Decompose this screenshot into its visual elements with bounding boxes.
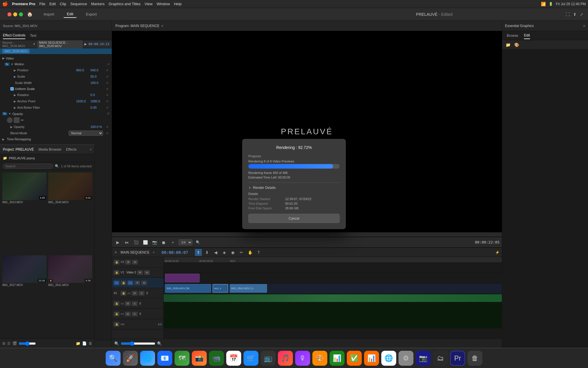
solo-v2[interactable]: M bbox=[144, 270, 150, 275]
list-view-btn[interactable]: ☰ bbox=[7, 341, 11, 346]
thumb-img3541[interactable]: 6:30 ⚡ IMG_3541.MOV bbox=[48, 255, 92, 336]
solo-a1[interactable]: S bbox=[139, 291, 144, 296]
antiflicker-value[interactable]: 0.00 bbox=[90, 106, 105, 109]
render-details-toggle[interactable]: ▼ Render Details bbox=[248, 186, 340, 190]
reset-antiflicker-icon[interactable]: ↺ bbox=[105, 105, 109, 110]
menu-sequence[interactable]: Sequence bbox=[70, 2, 87, 6]
menu-view[interactable]: View bbox=[145, 2, 153, 6]
zoom-in-timeline-icon[interactable]: 🔍 bbox=[157, 341, 162, 346]
opacity-expand-icon[interactable]: ▶ bbox=[10, 125, 13, 129]
rotation-value[interactable]: 0.0 bbox=[90, 93, 105, 97]
dock-chrome[interactable]: 🌐 bbox=[381, 351, 396, 366]
icon-view-btn[interactable]: ⊞ bbox=[2, 341, 5, 346]
edit-button[interactable]: Edit bbox=[63, 11, 77, 18]
home-icon[interactable]: 🏠 bbox=[27, 12, 33, 17]
import-button[interactable]: Import bbox=[40, 11, 58, 18]
cancel-button[interactable]: Cancel bbox=[248, 214, 340, 223]
position-expand-icon[interactable]: ▶ bbox=[14, 69, 16, 72]
add-marker-button[interactable]: + bbox=[169, 239, 176, 246]
menu-edit[interactable]: Edit bbox=[49, 2, 56, 6]
dock-tasks[interactable]: ✅ bbox=[347, 351, 362, 366]
menu-help[interactable]: Help bbox=[174, 2, 182, 6]
time-remap-section[interactable]: ▶ Time Remapping bbox=[0, 136, 112, 142]
thumb-img3543[interactable]: 4:45 IMG_3543.MOV bbox=[2, 172, 47, 254]
razor-tool[interactable]: ◈ bbox=[221, 249, 228, 256]
thumb-img3540[interactable]: 5:02 IMG_3540.MOV bbox=[48, 172, 92, 254]
dock-keynote[interactable]: 📊 bbox=[364, 351, 379, 366]
eye-v2[interactable]: 👁 bbox=[137, 270, 143, 275]
dock-launchpad[interactable]: 🚀 bbox=[123, 351, 138, 366]
delete-btn[interactable]: 🗑 bbox=[88, 341, 92, 346]
reset-opacity-section-icon[interactable]: ↺ bbox=[107, 112, 109, 116]
reset-motion-icon[interactable]: ↺ bbox=[107, 63, 109, 66]
export-button[interactable]: Export bbox=[82, 11, 100, 18]
sequence-menu-icon[interactable]: ≡ bbox=[153, 251, 155, 254]
program-menu-icon[interactable]: ≡ bbox=[161, 24, 163, 28]
apple-icon[interactable]: 🍎 bbox=[2, 1, 8, 7]
step-forward-button[interactable]: ⏭ bbox=[123, 239, 130, 246]
antiflicker-expand-icon[interactable]: ▶ bbox=[14, 106, 16, 109]
timeline-zoom-slider[interactable] bbox=[121, 341, 155, 346]
dock-calendar[interactable]: 📅 bbox=[226, 351, 241, 366]
anchor-x[interactable]: 1920.0 bbox=[76, 99, 90, 103]
uniform-scale-checkbox[interactable]: ✓ bbox=[10, 87, 14, 91]
dock-system-prefs[interactable]: ⚙ bbox=[399, 351, 413, 366]
dock-blender[interactable]: 🎨 bbox=[312, 351, 327, 366]
dock-music[interactable]: 🎵 bbox=[278, 351, 293, 366]
dock-podcasts[interactable]: 🎙 bbox=[295, 351, 310, 366]
camera-button[interactable]: 📷 bbox=[151, 239, 158, 246]
solo-v3[interactable]: M bbox=[132, 260, 138, 264]
dock-facetime[interactable]: 📹 bbox=[209, 351, 224, 366]
motion-section-header[interactable]: fx ▼ Motion ↺ bbox=[0, 61, 112, 67]
menu-clip[interactable]: Clip bbox=[60, 2, 66, 6]
lock-a3[interactable]: 🔒 bbox=[114, 312, 119, 316]
thumb-size-slider[interactable] bbox=[19, 341, 36, 346]
close-button[interactable] bbox=[7, 12, 11, 16]
reset-blend-icon[interactable]: ↺ bbox=[105, 131, 109, 135]
anchor-y[interactable]: 1080.0 bbox=[90, 99, 105, 103]
menu-app-name[interactable]: Premiere Pro bbox=[12, 2, 35, 6]
img3541-clip[interactable]: IMG_3541.MOV [-1 bbox=[230, 284, 267, 293]
menu-window[interactable]: Window bbox=[156, 2, 170, 6]
rotation-expand-icon[interactable]: ▶ bbox=[14, 93, 16, 97]
minimize-button[interactable] bbox=[13, 12, 17, 16]
browse-tab[interactable]: Browse bbox=[507, 32, 518, 39]
expand-icon[interactable]: ⤢ bbox=[580, 12, 583, 17]
reset-scalewidth-icon[interactable]: ↺ bbox=[105, 80, 109, 85]
reset-position-icon[interactable]: ↺ bbox=[105, 68, 109, 72]
fullscreen-icon[interactable]: ⛶ bbox=[566, 12, 570, 17]
dock-finder2[interactable]: 🗂 bbox=[433, 351, 448, 366]
video-section-header[interactable]: ▶ Video bbox=[0, 55, 112, 61]
opacity-rect-icon[interactable] bbox=[14, 117, 20, 123]
new-item-btn[interactable]: 📄 bbox=[82, 341, 87, 346]
lock-a2[interactable]: 🔒 bbox=[114, 301, 119, 306]
mute-a1[interactable]: M bbox=[132, 291, 138, 296]
solo-a3[interactable]: S bbox=[132, 312, 138, 316]
img3-clip[interactable]: IMG_3 bbox=[212, 284, 228, 293]
insert-button[interactable]: ⬛ bbox=[133, 239, 140, 246]
dock-maps[interactable]: 🗺 bbox=[175, 351, 189, 366]
menu-file[interactable]: File bbox=[39, 2, 45, 6]
opacity-section-header[interactable]: fx ▼ Opacity ↺ bbox=[0, 111, 112, 117]
dock-photos[interactable]: 📸 bbox=[192, 351, 207, 366]
mute-a2[interactable]: M bbox=[125, 301, 131, 306]
search-icon[interactable]: 🔍 bbox=[55, 164, 59, 168]
position-x[interactable]: 960.0 bbox=[76, 68, 90, 72]
dock-safari[interactable]: 🌐 bbox=[140, 351, 155, 366]
menu-graphics-titles[interactable]: Graphics and Titles bbox=[109, 2, 140, 6]
zoom-icon[interactable]: 🔍 bbox=[196, 240, 200, 244]
v1-badge[interactable]: V1 bbox=[114, 281, 119, 285]
reset-scale-icon[interactable]: ↺ bbox=[105, 74, 109, 79]
project-search-input[interactable] bbox=[3, 164, 53, 169]
v2-clip[interactable] bbox=[165, 274, 200, 282]
ripple-tool[interactable]: ⬇ bbox=[204, 249, 210, 256]
lock-v2[interactable]: 🔒 bbox=[114, 270, 119, 275]
eye-v1[interactable]: 👁 bbox=[134, 281, 140, 285]
dock-appletv[interactable]: 📺 bbox=[261, 351, 276, 366]
lock-a1[interactable]: 🔒 bbox=[121, 291, 126, 296]
hand-tool[interactable]: ✋ bbox=[247, 249, 254, 256]
menu-markers[interactable]: Markers bbox=[91, 2, 105, 6]
clip-view-btn[interactable]: 🎬 bbox=[12, 341, 17, 346]
pen-tool[interactable]: ✏ bbox=[238, 249, 245, 256]
snap-icon[interactable]: ⚡ bbox=[495, 250, 500, 254]
